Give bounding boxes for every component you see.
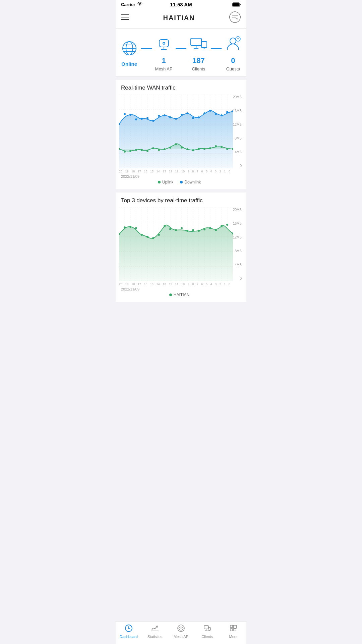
svg-rect-16 <box>191 38 201 46</box>
guest-icon: ? <box>225 35 241 54</box>
svg-point-131 <box>198 230 200 232</box>
svg-point-62 <box>186 112 188 114</box>
svg-point-66 <box>209 110 211 112</box>
svg-point-127 <box>175 229 177 231</box>
status-time: 11:58 AM <box>170 2 192 7</box>
wan-chart-wrap: 20MB 16MB 12MB 8MB 4MB 0 <box>116 95 243 168</box>
svg-point-83 <box>186 148 188 150</box>
legend-uplink: Uplink <box>158 180 173 184</box>
svg-point-68 <box>221 114 223 116</box>
legend-haitian: HAITIAN <box>169 292 189 297</box>
svg-point-123 <box>152 237 154 239</box>
svg-point-76 <box>146 150 148 152</box>
svg-point-84 <box>192 149 194 151</box>
svg-point-78 <box>158 149 160 151</box>
svg-point-88 <box>215 145 217 147</box>
svg-point-61 <box>181 114 183 116</box>
carrier-text: Carrier <box>121 2 142 7</box>
network-guests: ? 0 Guests <box>225 35 241 71</box>
svg-point-75 <box>141 149 143 151</box>
svg-point-73 <box>129 150 131 152</box>
svg-point-136 <box>226 224 228 226</box>
svg-point-55 <box>146 117 148 119</box>
devices-chart-svg <box>119 207 233 281</box>
svg-point-124 <box>158 234 160 236</box>
svg-point-15 <box>163 42 165 44</box>
svg-point-67 <box>215 113 217 115</box>
downlink-dot <box>180 181 183 183</box>
wan-chart-container: 20MB 16MB 12MB 8MB 4MB 0 <box>116 95 246 186</box>
page-title: HAITIAN <box>163 14 195 22</box>
online-label: Online <box>121 61 137 67</box>
wan-y-axis: 20MB 16MB 12MB 8MB 4MB 0 <box>233 95 243 168</box>
svg-point-126 <box>169 228 171 230</box>
svg-point-86 <box>203 148 205 150</box>
svg-point-81 <box>175 143 177 145</box>
monitor-icon <box>189 35 207 54</box>
svg-point-57 <box>158 115 160 117</box>
svg-point-65 <box>203 112 205 114</box>
devices-chart-container: 20MB 16MB 12MB 8MB 4MB 0 <box>116 207 246 299</box>
wan-chart-title: Real-time WAN traffic <box>116 85 246 95</box>
svg-point-135 <box>221 225 223 227</box>
svg-point-129 <box>186 230 188 232</box>
svg-point-69 <box>226 111 228 113</box>
mesh-ap-value: 1 <box>162 56 166 65</box>
menu-button[interactable] <box>121 14 129 21</box>
svg-point-87 <box>209 147 211 149</box>
svg-point-130 <box>192 229 194 231</box>
connector-3 <box>211 48 222 49</box>
wan-chart-svg <box>119 95 233 168</box>
guests-value: 0 <box>231 56 235 65</box>
svg-rect-2 <box>233 3 239 6</box>
svg-point-51 <box>124 113 126 115</box>
svg-point-118 <box>124 226 126 228</box>
wan-chart-footer: 2022/11/09 Uplink Downlink <box>116 173 243 186</box>
svg-point-120 <box>135 227 137 229</box>
svg-point-132 <box>203 228 205 230</box>
devices-chart-legend: HAITIAN <box>121 292 238 297</box>
svg-point-22 <box>230 38 236 44</box>
svg-point-82 <box>181 147 183 149</box>
svg-point-74 <box>135 149 137 151</box>
wan-chart-legend: Uplink Downlink <box>121 179 238 184</box>
svg-point-125 <box>164 225 166 227</box>
network-status-bar: Online 1 Mesh AP 187 Cli <box>116 29 246 76</box>
wan-x-axis: 20 19 18 17 16 15 14 13 12 11 10 9 8 7 6… <box>116 168 243 173</box>
svg-point-89 <box>221 146 223 148</box>
svg-point-63 <box>192 117 194 119</box>
connector-1 <box>141 48 152 49</box>
svg-rect-12 <box>159 40 169 47</box>
svg-rect-19 <box>201 42 207 48</box>
devices-chart-date: 2022/11/09 <box>121 287 238 291</box>
mesh-ap-label: Mesh AP <box>155 66 173 71</box>
header: HAITIAN <box>116 8 246 29</box>
guests-label: Guests <box>226 66 240 71</box>
uplink-dot <box>158 181 161 183</box>
svg-point-134 <box>215 229 217 231</box>
status-bar: Carrier 11:58 AM <box>116 0 246 8</box>
svg-point-80 <box>169 147 171 149</box>
battery-icon <box>232 2 241 7</box>
devices-chart-title: Top 3 devices by real-time traffic <box>116 197 246 207</box>
devices-x-axis: 20 19 18 17 16 15 14 13 12 11 10 9 8 7 6… <box>116 281 243 286</box>
svg-text:?: ? <box>237 38 239 41</box>
haitian-dot <box>169 293 172 296</box>
svg-point-59 <box>169 116 171 118</box>
wan-traffic-section: Real-time WAN traffic 20MB 16MB 12MB 8MB… <box>116 80 246 189</box>
legend-downlink: Downlink <box>180 180 201 184</box>
network-clients: 187 Clients <box>189 35 207 71</box>
svg-point-119 <box>129 226 131 228</box>
clients-value: 187 <box>192 56 205 65</box>
svg-point-85 <box>198 148 200 150</box>
svg-point-53 <box>135 118 137 120</box>
svg-point-90 <box>226 148 228 150</box>
network-mesh-ap: 1 Mesh AP <box>155 35 173 71</box>
svg-point-54 <box>141 118 143 120</box>
svg-point-0 <box>139 5 140 6</box>
devices-chart-footer: 2022/11/09 HAITIAN <box>116 286 243 299</box>
chat-button[interactable] <box>229 11 241 24</box>
svg-point-122 <box>146 236 148 238</box>
svg-point-60 <box>175 118 177 120</box>
svg-point-77 <box>152 147 154 149</box>
